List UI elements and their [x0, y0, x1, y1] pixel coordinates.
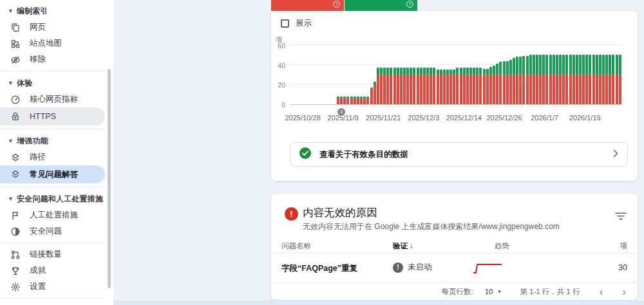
bar[interactable]: [589, 55, 591, 104]
sidebar-section-security[interactable]: ▼ 安全问题和人工处置措施: [0, 190, 113, 207]
bar[interactable]: [533, 55, 535, 104]
bar[interactable]: [599, 55, 601, 104]
bar[interactable]: [380, 68, 383, 104]
bar[interactable]: [340, 97, 343, 104]
bar[interactable]: [562, 55, 565, 104]
sidebar-item-https[interactable]: HTTPS: [0, 107, 105, 125]
bar[interactable]: [536, 55, 538, 104]
sidebar-scrollbar[interactable]: [108, 69, 111, 288]
bar[interactable]: [579, 55, 582, 104]
sidebar-item-faq[interactable]: 常见问题解答: [0, 165, 105, 183]
bar[interactable]: [343, 97, 346, 104]
bar[interactable]: [337, 97, 339, 104]
bar[interactable]: [545, 55, 548, 104]
bar[interactable]: [426, 68, 429, 104]
bar[interactable]: [513, 58, 515, 104]
bar[interactable]: [553, 55, 555, 104]
sidebar-section-indexing[interactable]: ▼ 编制索引: [0, 3, 113, 19]
bar[interactable]: [539, 55, 542, 104]
bar[interactable]: [592, 55, 595, 104]
filter-icon[interactable]: [615, 211, 627, 223]
checkbox-unchecked[interactable]: [281, 19, 289, 28]
bar[interactable]: [542, 55, 545, 104]
bar[interactable]: [596, 55, 598, 104]
dropdown-arrow-icon[interactable]: ▼: [497, 289, 502, 295]
bar[interactable]: [383, 68, 386, 104]
sidebar-item-pages[interactable]: 网页: [0, 19, 105, 35]
bar[interactable]: [529, 55, 532, 104]
bar[interactable]: [346, 97, 349, 104]
sidebar-section-enhancements[interactable]: ▼ 增强功能: [0, 133, 113, 149]
bar[interactable]: [366, 97, 369, 104]
bar[interactable]: [602, 55, 605, 104]
bar[interactable]: [450, 69, 452, 104]
bar[interactable]: [582, 55, 585, 104]
bar[interactable]: [374, 82, 376, 104]
bar[interactable]: [397, 68, 399, 104]
bar[interactable]: [406, 68, 409, 104]
bar[interactable]: [417, 68, 419, 104]
sidebar-item-manual-actions[interactable]: 人工处置措施: [0, 207, 105, 223]
bar[interactable]: [569, 55, 572, 104]
bar[interactable]: [354, 97, 356, 104]
help-icon[interactable]: ?: [333, 1, 340, 8]
help-icon[interactable]: ?: [406, 1, 413, 8]
bar[interactable]: [476, 68, 478, 104]
bar[interactable]: [463, 68, 466, 104]
prev-page-button[interactable]: ‹: [600, 286, 603, 297]
sidebar-item-links[interactable]: 链接数量: [0, 246, 105, 263]
bar[interactable]: [453, 69, 455, 104]
bar[interactable]: [609, 55, 611, 104]
bar[interactable]: [456, 68, 459, 104]
bar[interactable]: [486, 69, 489, 104]
bar[interactable]: [363, 97, 366, 104]
bar[interactable]: [393, 68, 396, 104]
bar[interactable]: [410, 68, 412, 104]
bar[interactable]: [469, 68, 472, 104]
bar[interactable]: [460, 68, 462, 104]
sidebar-item-removals[interactable]: 移除: [0, 51, 105, 68]
bar[interactable]: [489, 67, 492, 104]
bar[interactable]: [357, 97, 359, 104]
bar[interactable]: [350, 97, 353, 104]
sidebar-item-breadcrumbs[interactable]: 路径: [0, 149, 105, 165]
issue-name[interactable]: 字段“FAQPage”重复: [281, 263, 357, 274]
bar[interactable]: [559, 55, 562, 104]
sidebar-item-core-web-vitals[interactable]: 核心网页指标: [0, 91, 105, 107]
bar[interactable]: [420, 68, 422, 104]
bar[interactable]: [473, 68, 475, 104]
bar[interactable]: [605, 55, 608, 104]
bar[interactable]: [565, 55, 568, 104]
bar[interactable]: [556, 55, 558, 104]
bar[interactable]: [576, 55, 578, 104]
impressions-toggle[interactable]: 展示: [281, 18, 312, 29]
bar[interactable]: [377, 68, 379, 104]
rows-per-page-value[interactable]: 10: [485, 288, 493, 295]
bar[interactable]: [503, 61, 506, 104]
sidebar-item-settings[interactable]: 设置: [0, 279, 105, 295]
bar[interactable]: [516, 57, 518, 104]
sidebar-item-feedback[interactable]: 提交反馈: [0, 302, 105, 305]
bar[interactable]: [400, 68, 402, 104]
bar[interactable]: [443, 69, 446, 104]
sidebar-item-achievements[interactable]: 成就: [0, 263, 105, 279]
bar[interactable]: [496, 64, 498, 104]
sidebar-item-sitemaps[interactable]: 站点地图: [0, 35, 105, 51]
bar[interactable]: [433, 68, 435, 104]
sidebar-section-experience[interactable]: ▼ 体验: [0, 75, 113, 91]
bar[interactable]: [519, 57, 522, 104]
bar[interactable]: [370, 88, 373, 104]
bar[interactable]: [437, 69, 439, 104]
bar[interactable]: [440, 69, 442, 104]
bar[interactable]: [413, 68, 415, 104]
bar[interactable]: [403, 68, 406, 104]
bar[interactable]: [573, 55, 575, 104]
bar[interactable]: [509, 60, 512, 104]
bar[interactable]: [423, 68, 426, 104]
bar[interactable]: [390, 68, 392, 104]
valid-tab-strip[interactable]: ?: [345, 0, 417, 11]
bar[interactable]: [430, 68, 432, 104]
col-validation-sort[interactable]: 验证 ↓: [393, 241, 413, 251]
invalid-tab-strip[interactable]: ?: [271, 0, 344, 11]
bar[interactable]: [585, 55, 588, 104]
